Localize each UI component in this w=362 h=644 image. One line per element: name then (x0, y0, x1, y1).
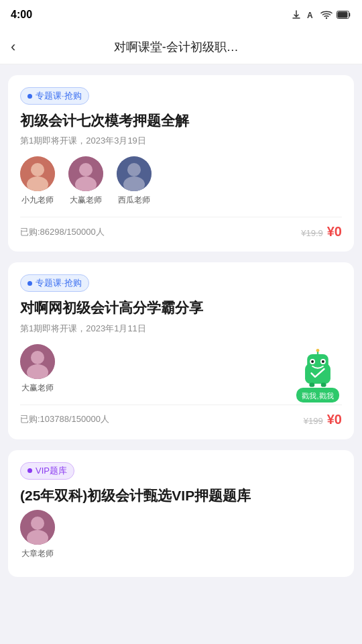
card-subtitle-2: 第1期即将开课，2023年1月11日 (20, 323, 342, 335)
teacher-name-1b: 大赢老师 (70, 195, 102, 206)
price-current-2: ¥0 (327, 412, 342, 427)
price-original-1: ¥19.9 (301, 228, 323, 238)
mascot-label: 戳我,戳我 (296, 388, 339, 402)
avatar-1a (20, 156, 55, 191)
svg-point-11 (127, 163, 141, 176)
badge-label-1: 专题课·抢购 (36, 90, 82, 102)
teacher-name-1c: 西瓜老师 (118, 195, 150, 206)
teacher-item-1a: 小九老师 (20, 156, 55, 206)
page-title: 对啊课堂-会计初级职… (23, 39, 351, 55)
course-card-1[interactable]: 专题课·抢购 初级会计七次模考押题全解 第1期即将开课，2023年3月19日 小… (8, 75, 354, 252)
svg-point-19 (316, 349, 320, 352)
content-area: 专题课·抢购 初级会计七次模考押题全解 第1期即将开课，2023年3月19日 小… (0, 64, 362, 588)
badge-dot-2 (27, 281, 32, 286)
svg-rect-3 (338, 12, 348, 18)
svg-rect-24 (309, 382, 314, 386)
badge-card-1: 专题课·抢购 (20, 87, 89, 105)
purchased-count-2: 已购:103788/150000人 (20, 413, 109, 425)
avatar-3a (20, 510, 55, 545)
svg-point-27 (31, 517, 44, 530)
teacher-name-3a: 大章老师 (21, 548, 54, 559)
svg-point-5 (31, 163, 44, 176)
avatar-1b (68, 156, 103, 191)
back-button[interactable]: ‹ (11, 38, 23, 56)
download-icon (291, 9, 302, 20)
font-icon: A (306, 9, 316, 20)
avatar-1c (117, 156, 152, 191)
teacher-item-3a: 大章老师 (20, 510, 55, 559)
wifi-icon (320, 10, 333, 19)
badge-card-3: VIP题库 (20, 462, 74, 480)
battery-icon (337, 11, 351, 19)
price-original-2: ¥199 (304, 416, 323, 426)
svg-point-1 (326, 17, 327, 19)
card-title-1: 初级会计七次模考押题全解 (20, 111, 342, 129)
svg-rect-25 (321, 382, 326, 386)
teacher-name-1a: 小九老师 (21, 195, 54, 206)
svg-point-14 (31, 351, 44, 364)
price-group-2: ¥199 ¥0 (304, 412, 342, 427)
avatar-2a (20, 344, 55, 379)
badge-card-2: 专题课·抢购 (20, 274, 89, 292)
price-current-1: ¥0 (327, 224, 342, 239)
status-bar: 4:00 A (0, 0, 362, 30)
card-title-2: 对啊网初级会计高分学霸分享 (20, 299, 342, 317)
svg-point-22 (311, 360, 314, 363)
course-card-3[interactable]: VIP题库 (25年双科)初级会计甄选VIP押题题库 大章老师 (8, 450, 354, 577)
status-icons: A (291, 9, 351, 20)
badge-dot-3 (27, 468, 32, 473)
card-footer-1: 已购:86298/150000人 ¥19.9 ¥0 (20, 217, 342, 239)
teachers-row-3: 大章老师 (20, 510, 342, 559)
badge-dot-1 (27, 94, 32, 99)
purchased-count-1: 已购:86298/150000人 (20, 226, 105, 238)
card-title-3: (25年双科)初级会计甄选VIP押题题库 (20, 486, 342, 504)
teacher-name-2a: 大赢老师 (21, 382, 54, 394)
teacher-item-1b: 大赢老师 (68, 156, 103, 206)
header: ‹ 对啊课堂-会计初级职… (0, 30, 362, 64)
teacher-item-1c: 西瓜老师 (117, 156, 152, 206)
card-footer-2: 已购:103788/150000人 ¥199 ¥0 (20, 405, 342, 427)
status-time: 4:00 (11, 9, 32, 21)
course-card-2[interactable]: 专题课·抢购 对啊网初级会计高分学霸分享 第1期即将开课，2023年1月11日 … (8, 262, 354, 439)
svg-point-23 (322, 360, 324, 363)
badge-label-3: VIP题库 (36, 465, 67, 477)
card-subtitle-1: 第1期即将开课，2023年3月19日 (20, 135, 342, 147)
badge-label-2: 专题课·抢购 (36, 277, 82, 289)
svg-point-8 (79, 163, 93, 176)
teachers-row-1: 小九老师 大赢老师 (20, 156, 342, 206)
mascot-overlay[interactable]: 戳我,戳我 (291, 349, 345, 402)
svg-text:A: A (307, 11, 313, 20)
price-group-1: ¥19.9 ¥0 (301, 224, 342, 239)
teacher-item-2a: 大赢老师 (20, 344, 55, 394)
mascot-icon (292, 349, 343, 389)
